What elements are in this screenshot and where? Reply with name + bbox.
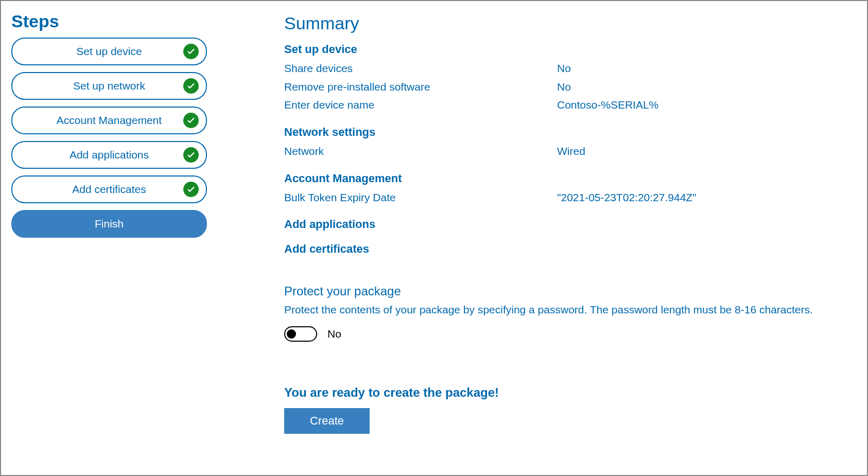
row-label: Remove pre-installed software [284, 78, 557, 96]
protect-toggle-label: No [327, 328, 341, 340]
summary-title: Summary [284, 13, 857, 33]
checkmark-icon [183, 78, 199, 94]
ready-text: You are ready to create the package! [284, 385, 857, 400]
row-label: Network [284, 142, 557, 161]
row-token-expiry: Bulk Token Expiry Date "2021-05-23T02:20… [284, 188, 857, 207]
step-label: Add certificates [72, 183, 146, 196]
create-button[interactable]: Create [284, 408, 370, 434]
section-network-title: Network settings [284, 126, 857, 139]
step-label: Add applications [70, 149, 149, 161]
steps-sidebar: Steps Set up device Set up network Accou… [11, 11, 207, 244]
checkmark-icon [183, 44, 199, 59]
checkmark-icon [183, 147, 199, 163]
steps-title: Steps [11, 11, 207, 31]
row-remove-software: Remove pre-installed software No [284, 78, 857, 96]
step-label: Set up device [76, 45, 142, 58]
toggle-knob [287, 329, 296, 339]
step-finish[interactable]: Finish [11, 210, 207, 238]
row-label: Bulk Token Expiry Date [284, 188, 557, 207]
section-certs-title: Add certificates [284, 242, 857, 256]
row-network: Network Wired [284, 142, 857, 161]
row-value: No [557, 78, 857, 96]
protect-toggle-row: No [284, 326, 857, 342]
protect-package-title: Protect your package [284, 284, 857, 298]
row-value: Contoso-%SERIAL% [557, 96, 857, 114]
main-content: Summary Set up device Share devices No R… [284, 11, 857, 434]
row-share-devices: Share devices No [284, 59, 857, 78]
step-setup-device[interactable]: Set up device [11, 38, 207, 65]
section-setup-device-title: Set up device [284, 43, 857, 56]
row-label: Share devices [284, 59, 557, 78]
step-account-management[interactable]: Account Management [11, 107, 207, 134]
protect-package-description: Protect the contents of your package by … [284, 304, 857, 316]
checkmark-icon [183, 113, 199, 128]
step-label: Set up network [73, 80, 145, 92]
row-label: Enter device name [284, 96, 557, 114]
row-value: No [557, 59, 857, 78]
row-value: Wired [557, 142, 857, 161]
protect-toggle[interactable] [284, 326, 317, 342]
section-apps-title: Add applications [284, 218, 857, 231]
step-setup-network[interactable]: Set up network [11, 72, 207, 100]
checkmark-icon [183, 182, 199, 197]
step-label: Account Management [57, 114, 162, 127]
step-label: Finish [95, 218, 124, 230]
row-value: "2021-05-23T02:20:27.944Z" [557, 188, 857, 207]
section-account-title: Account Management [284, 172, 857, 185]
row-device-name: Enter device name Contoso-%SERIAL% [284, 96, 857, 114]
step-add-certificates[interactable]: Add certificates [11, 175, 207, 203]
step-add-applications[interactable]: Add applications [11, 141, 207, 169]
